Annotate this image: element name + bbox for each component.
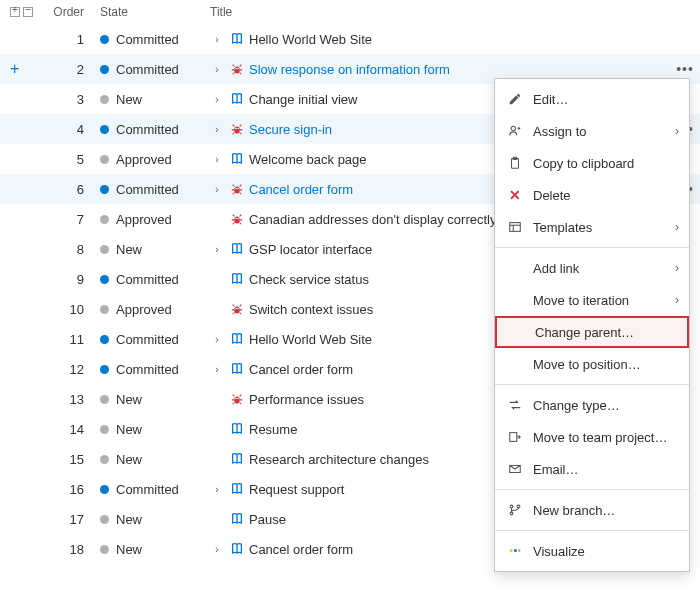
order-cell: 5 xyxy=(44,152,100,167)
menu-move-position[interactable]: • Move to position… xyxy=(495,348,689,380)
svg-rect-43 xyxy=(519,549,521,552)
state-cell: Committed xyxy=(100,122,210,137)
menu-move-iteration[interactable]: • Move to iteration › xyxy=(495,284,689,316)
title-text[interactable]: Hello World Web Site xyxy=(249,332,372,347)
menu-new-branch[interactable]: New branch… xyxy=(495,494,689,526)
title-text[interactable]: Check service status xyxy=(249,272,369,287)
bug-icon xyxy=(229,212,244,227)
state-cell: New xyxy=(100,542,210,557)
title-text[interactable]: Hello World Web Site xyxy=(249,32,372,47)
chevron-right-icon[interactable]: › xyxy=(210,64,224,75)
menu-assign-to[interactable]: Assign to › xyxy=(495,115,689,147)
menu-separator xyxy=(495,247,689,248)
menu-move-team[interactable]: Move to team project… xyxy=(495,421,689,453)
chevron-right-icon[interactable]: › xyxy=(210,34,224,45)
state-cell: New xyxy=(100,452,210,467)
order-cell: 8 xyxy=(44,242,100,257)
chevron-right-icon[interactable]: › xyxy=(210,124,224,135)
title-text[interactable]: Cancel order form xyxy=(249,362,353,377)
svg-rect-42 xyxy=(514,549,517,552)
title-text[interactable]: Welcome back page xyxy=(249,152,367,167)
menu-separator xyxy=(495,384,689,385)
chevron-right-icon[interactable]: › xyxy=(210,484,224,495)
state-text: New xyxy=(116,392,142,407)
title-text[interactable]: Resume xyxy=(249,422,297,437)
title-text[interactable]: Cancel order form xyxy=(249,182,353,197)
title-cell[interactable]: ›Slow response on information form xyxy=(210,62,670,77)
menu-copy[interactable]: Copy to clipboard xyxy=(495,147,689,179)
order-cell: 4 xyxy=(44,122,100,137)
title-text[interactable]: Change initial view xyxy=(249,92,357,107)
menu-edit[interactable]: Edit… xyxy=(495,83,689,115)
order-cell: 11 xyxy=(44,332,100,347)
chevron-right-icon[interactable]: › xyxy=(210,544,224,555)
state-cell: Approved xyxy=(100,212,210,227)
collapse-all-icon[interactable] xyxy=(23,7,33,17)
column-title-header[interactable]: Title xyxy=(210,5,670,19)
order-cell: 6 xyxy=(44,182,100,197)
state-dot-icon xyxy=(100,155,109,164)
chevron-right-icon[interactable]: › xyxy=(210,184,224,195)
svg-point-14 xyxy=(237,218,239,220)
chevron-right-icon[interactable]: › xyxy=(210,244,224,255)
state-dot-icon xyxy=(100,425,109,434)
title-text[interactable]: Performance issues xyxy=(249,392,364,407)
svg-rect-36 xyxy=(510,433,517,442)
state-text: Committed xyxy=(116,362,179,377)
order-cell: 2 xyxy=(44,62,100,77)
title-text[interactable]: Research architecture changes xyxy=(249,452,429,467)
order-cell: 1 xyxy=(44,32,100,47)
pencil-icon xyxy=(507,91,523,107)
backlog-item-icon xyxy=(229,362,244,377)
chevron-right-icon[interactable]: › xyxy=(210,154,224,165)
bug-icon xyxy=(229,392,244,407)
delete-icon: ✕ xyxy=(507,187,523,203)
state-dot-icon xyxy=(100,95,109,104)
column-order-header[interactable]: Order xyxy=(44,5,100,19)
state-cell: Approved xyxy=(100,152,210,167)
bug-icon xyxy=(229,62,244,77)
menu-add-link[interactable]: • Add link › xyxy=(495,252,689,284)
branch-icon xyxy=(507,502,523,518)
table-row[interactable]: 1Committed›Hello World Web Site xyxy=(0,24,700,54)
svg-rect-41 xyxy=(510,549,513,552)
title-text[interactable]: Secure sign-in xyxy=(249,122,332,137)
menu-change-parent[interactable]: • Change parent… xyxy=(495,316,689,348)
svg-point-1 xyxy=(234,66,240,73)
chevron-right-icon[interactable]: › xyxy=(210,364,224,375)
order-cell: 13 xyxy=(44,392,100,407)
state-text: Approved xyxy=(116,302,172,317)
title-text[interactable]: Switch context issues xyxy=(249,302,373,317)
backlog-item-icon xyxy=(229,152,244,167)
state-cell: Committed xyxy=(100,182,210,197)
title-text[interactable]: Slow response on information form xyxy=(249,62,450,77)
svg-point-7 xyxy=(237,128,239,130)
title-cell[interactable]: ›Hello World Web Site xyxy=(210,32,670,47)
menu-change-type[interactable]: Change type… xyxy=(495,389,689,421)
title-text[interactable]: Pause xyxy=(249,512,286,527)
svg-point-2 xyxy=(235,68,237,70)
svg-point-24 xyxy=(237,398,239,400)
menu-visualize[interactable]: Visualize xyxy=(495,535,689,567)
add-item-icon[interactable]: + xyxy=(10,60,19,78)
chevron-right-icon[interactable]: › xyxy=(210,94,224,105)
expand-all-icon[interactable] xyxy=(10,7,20,17)
state-dot-icon xyxy=(100,395,109,404)
state-dot-icon xyxy=(100,545,109,554)
svg-point-3 xyxy=(237,68,239,70)
backlog-item-icon xyxy=(229,512,244,527)
state-dot-icon xyxy=(100,455,109,464)
row-actions-button[interactable]: ••• xyxy=(676,61,694,77)
menu-email[interactable]: Email… xyxy=(495,453,689,485)
menu-delete[interactable]: ✕ Delete xyxy=(495,179,689,211)
title-text[interactable]: GSP locator interface xyxy=(249,242,372,257)
title-text[interactable]: Request support xyxy=(249,482,344,497)
expand-collapse-controls[interactable] xyxy=(0,7,44,17)
state-text: Committed xyxy=(116,482,179,497)
chevron-right-icon: › xyxy=(675,124,679,138)
menu-templates[interactable]: Templates › xyxy=(495,211,689,243)
column-state-header[interactable]: State xyxy=(100,5,210,19)
title-text[interactable]: Canadian addresses don't display correct… xyxy=(249,212,496,227)
title-text[interactable]: Cancel order form xyxy=(249,542,353,557)
chevron-right-icon[interactable]: › xyxy=(210,334,224,345)
